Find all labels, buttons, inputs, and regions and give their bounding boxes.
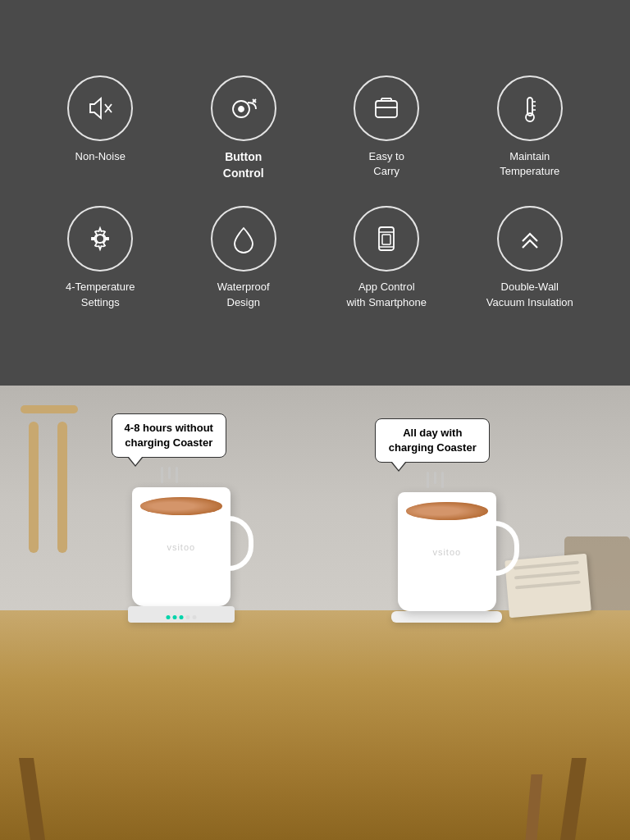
feature-maintain-temp: MaintainTemperature: [463, 75, 598, 181]
dot-4: [185, 615, 189, 619]
app-control-icon-circle: [354, 206, 419, 272]
right-speech-bubble: All day withcharging Coaster: [375, 418, 490, 463]
mugs-container: 4-8 hours withoutcharging Coaster vsitoo: [0, 487, 630, 623]
temp-settings-icon-circle: [67, 206, 133, 272]
chevrons-icon: [513, 221, 547, 256]
left-speech-bubble: 4-8 hours withoutcharging Coaster: [112, 413, 226, 458]
coffee-top-left: [140, 497, 222, 515]
chair-horizontal-top: [21, 405, 78, 413]
easy-carry-icon-circle: [354, 75, 419, 141]
steam-line-1: [161, 467, 163, 483]
feature-temp-settings: 4-TemperatureSettings: [33, 206, 168, 309]
maintain-temp-icon-circle: [497, 75, 563, 141]
double-wall-icon-circle: [497, 206, 563, 272]
steam-right-line-1: [427, 472, 429, 488]
app-control-label: App Controlwith Smartphone: [346, 280, 427, 309]
steam-left: [161, 467, 178, 483]
mug-left-wrapper: 4-8 hours withoutcharging Coaster vsitoo: [128, 487, 235, 623]
features-section: Non-Noise ButtonControl: [0, 0, 630, 386]
dot-5: [192, 615, 196, 619]
left-bubble-text: 4-8 hours withoutcharging Coaster: [125, 422, 213, 449]
speaker-mute-icon: [83, 91, 117, 126]
steam-right-line-3: [441, 472, 444, 488]
features-grid: Non-Noise ButtonControl: [33, 75, 597, 310]
thermometer-icon: [513, 91, 547, 126]
feature-non-noise: Non-Noise: [33, 75, 168, 181]
smartphone-icon: [369, 221, 404, 256]
easy-carry-label: Easy toCarry: [369, 149, 404, 179]
mug-right-body: vsitoo: [398, 492, 496, 611]
brand-right: vsitoo: [432, 547, 461, 557]
droplet-icon: [226, 221, 261, 256]
svg-point-12: [526, 113, 534, 121]
mug-left-body: vsitoo: [132, 487, 231, 606]
non-noise-icon-circle: [67, 75, 133, 141]
feature-double-wall: Double-WallVacuum Insulation: [463, 206, 598, 309]
feature-app-control: App Controlwith Smartphone: [319, 206, 454, 309]
svg-point-16: [96, 235, 104, 243]
steam-line-2: [168, 467, 171, 479]
dot-3: [179, 615, 183, 619]
svg-rect-6: [376, 101, 397, 117]
latte-art-left: [140, 497, 222, 515]
non-noise-label: Non-Noise: [75, 149, 126, 164]
charging-indicator: [166, 615, 196, 619]
charging-coaster: [391, 611, 502, 623]
brand-left: vsitoo: [167, 542, 195, 552]
dot-1: [166, 615, 170, 619]
feature-button-control: ButtonControl: [176, 75, 312, 181]
dot-2: [172, 615, 176, 619]
double-wall-label: Double-WallVacuum Insulation: [486, 280, 573, 309]
latte-art-right: [406, 502, 488, 520]
steam-right: [427, 472, 444, 488]
button-control-label: ButtonControl: [223, 149, 264, 181]
feature-waterproof: WaterproofDesign: [176, 206, 312, 309]
product-comparison-section: 4-8 hours withoutcharging Coaster vsitoo: [0, 386, 630, 840]
button-control-icon: [226, 91, 261, 126]
svg-point-5: [239, 107, 244, 112]
charging-base: [128, 606, 235, 623]
waterproof-icon-circle: [211, 206, 276, 272]
steam-right-line-2: [434, 472, 436, 484]
feature-easy-carry: Easy toCarry: [319, 75, 454, 181]
button-control-icon-circle: [211, 75, 276, 141]
steam-line-3: [176, 467, 178, 483]
waterproof-label: WaterproofDesign: [217, 280, 270, 309]
gear-icon: [83, 221, 117, 256]
carry-icon: [369, 91, 404, 126]
temp-settings-label: 4-TemperatureSettings: [66, 280, 135, 309]
right-bubble-text: All day withcharging Coaster: [389, 427, 477, 454]
maintain-temp-label: MaintainTemperature: [500, 149, 559, 179]
mug-right-wrapper: All day withcharging Coaster vsitoo: [391, 492, 502, 623]
svg-rect-20: [382, 235, 390, 244]
coffee-top-right: [406, 502, 488, 520]
